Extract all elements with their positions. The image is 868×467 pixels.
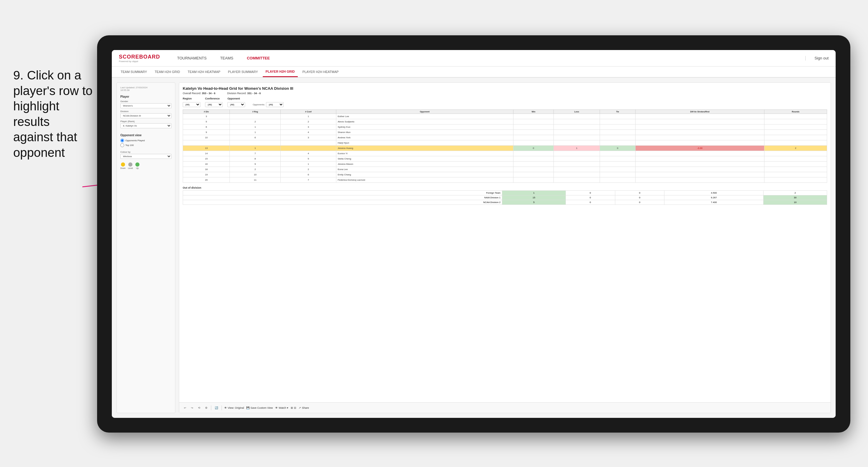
out-row-cell: 0 [615, 200, 664, 205]
table-cell: 3 [281, 124, 336, 130]
col-diff: Diff Av Strokes/Rnd [635, 110, 764, 114]
filter-conference: Conference (All) [205, 97, 223, 107]
opponent-radio-played[interactable]: Opponents Played [120, 138, 172, 143]
out-row-name: NCAA Division 2 [183, 200, 502, 205]
table-cell: 10 [230, 172, 281, 178]
table-cell [635, 156, 764, 161]
table-row[interactable]: 20117Federica Domecq Lacroze [183, 178, 827, 183]
table-cell: 3 [281, 135, 336, 141]
table-cell: 1 [230, 146, 281, 151]
table-cell [764, 114, 827, 119]
table-cell: 8 [230, 156, 281, 161]
last-updated: Last Updated: 27/03/2024 16:55:38 [120, 86, 172, 92]
redo-button[interactable]: ↪ [190, 406, 194, 410]
table-cell: 10 [183, 135, 230, 141]
table-cell [554, 114, 600, 119]
table-row[interactable]: 1474Eunice Yi [183, 151, 827, 156]
step-back-button[interactable]: ⟲ [197, 406, 202, 410]
list-item[interactable]: Foreign Team1004.5002 [183, 191, 827, 195]
sign-out-button[interactable]: Sign out [814, 56, 829, 60]
filter-opponent-select[interactable]: (All) [227, 102, 245, 107]
table-cell [514, 135, 554, 141]
col-reg: # Reg [230, 110, 281, 114]
colour-level-dot [128, 162, 132, 166]
nav-teams[interactable]: TEAMS [218, 55, 236, 62]
table-cell [600, 141, 636, 146]
col-div: # Div [183, 110, 230, 114]
table-cell: Esther Lee [336, 114, 514, 119]
player-rank-select[interactable]: 8. Katelyn Vo [120, 123, 172, 128]
share-button[interactable]: ↗ Share [299, 406, 309, 409]
colour-down-label: Down [120, 167, 126, 169]
table-cell [554, 119, 600, 124]
table-cell [635, 119, 764, 124]
sub-nav-player-summary[interactable]: PLAYER SUMMARY [225, 66, 261, 77]
colour-down-item: Down [120, 162, 126, 169]
table-cell [514, 161, 554, 167]
table-row[interactable]: 131Jessica Huang010-3.002 [183, 146, 827, 151]
table-cell [554, 141, 600, 146]
out-row-cell: 0 [565, 191, 615, 195]
player-section-title: Player [120, 95, 172, 98]
sub-nav-player-h2h-grid[interactable]: PLAYER H2H GRID [263, 66, 298, 77]
table-cell: 1 [554, 146, 600, 151]
table-cell [514, 130, 554, 135]
nav-committee[interactable]: COMMITTEE [245, 55, 272, 62]
out-row-cell: 0 [565, 200, 615, 205]
colour-up-item: Up [135, 162, 140, 169]
table-row[interactable]: 613Sydney Kuo [183, 124, 827, 130]
table-cell [764, 156, 827, 161]
division-select[interactable]: NCAA Division III [120, 113, 172, 118]
undo-button[interactable]: ↩ [183, 406, 187, 410]
gender-label: Gender [120, 100, 172, 103]
view-original-button[interactable]: 👁 View: Original [224, 406, 244, 409]
table-row[interactable]: 1822Euna Lee [183, 167, 827, 172]
table-row[interactable]: Haeji Hyun [183, 141, 827, 146]
filter-conference-select[interactable]: (All) [205, 102, 223, 107]
save-custom-button[interactable]: 💾 Save Custom View [246, 406, 273, 409]
table-cell: 7 [230, 151, 281, 156]
colour-by-select[interactable]: Win/loss [120, 154, 172, 159]
table-cell [635, 151, 764, 156]
layout-button[interactable]: ⊞ ⊟ [291, 406, 296, 409]
table-cell: 2 [281, 119, 336, 124]
share-icon: ↗ [299, 406, 301, 409]
table-cell: Euna Lee [336, 167, 514, 172]
table-row[interactable]: 914Sharon Mun [183, 130, 827, 135]
refresh-button[interactable]: 🔄 [214, 406, 219, 410]
table-cell [600, 178, 636, 183]
table-row[interactable]: 19106Emily Chang [183, 172, 827, 178]
table-cell [554, 151, 600, 156]
list-item[interactable]: NCAA Division 25007.40010 [183, 200, 827, 205]
table-cell: 20 [183, 178, 230, 183]
table-cell: 6 [183, 124, 230, 130]
settings-button[interactable]: ⚙ [204, 406, 209, 410]
table-cell: 6 [281, 172, 336, 178]
opponent-radio-top100[interactable]: Top 100 [120, 143, 172, 147]
table-row[interactable]: 31Esther Lee [183, 114, 827, 119]
nav-tournaments[interactable]: TOURNAMENTS [175, 55, 209, 62]
table-row[interactable]: 1585Stella Cheng [183, 156, 827, 161]
table-cell [764, 167, 827, 172]
table-cell [635, 114, 764, 119]
table-cell: 1 [281, 114, 336, 119]
table-row[interactable]: 522Alexis Sudjianto [183, 119, 827, 124]
sub-nav-team-summary[interactable]: TEAM SUMMARY [118, 66, 150, 77]
watch-button[interactable]: 👁 Watch ▾ [275, 406, 288, 409]
table-row[interactable]: 1063Andrea York [183, 135, 827, 141]
sub-nav-team-h2h-grid[interactable]: TEAM H2H GRID [152, 66, 183, 77]
filter-row: Region (All) Conference (All) Opponent [183, 97, 827, 107]
gender-select[interactable]: Women's [120, 103, 172, 108]
list-item[interactable]: NAIA Division 115009.26730 [183, 195, 827, 200]
table-cell [554, 156, 600, 161]
table-cell [514, 141, 554, 146]
sub-nav-team-h2h-heatmap[interactable]: TEAM H2H HEATMAP [185, 66, 223, 77]
table-row[interactable]: 1691Jessica Mason [183, 161, 827, 167]
colour-dots: Down Level Up [120, 162, 172, 169]
division-label: Division [120, 110, 172, 113]
left-panel: Last Updated: 27/03/2024 16:55:38 Player… [117, 83, 175, 413]
opponents-filter-select[interactable]: (All) [266, 102, 284, 107]
sub-nav-player-h2h-heatmap[interactable]: PLAYER H2H HEATMAP [300, 66, 342, 77]
table-cell [514, 119, 554, 124]
filter-region-select[interactable]: (All) [183, 102, 200, 107]
